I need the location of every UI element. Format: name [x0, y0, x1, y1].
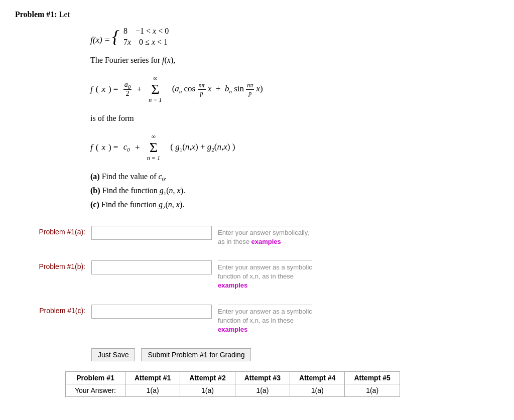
attempt-val-2: 1(a)	[180, 384, 235, 397]
attempts-header-row: Problem #1 Attempt #1 Attempt #2 Attempt…	[66, 372, 400, 384]
attempt-val-3: 1(a)	[235, 384, 290, 397]
sum-block-form: ∞ Σ n = 1	[147, 133, 160, 162]
form-intro: is of the form	[90, 114, 499, 123]
answer-row-a: Problem #1(a): Enter your answer symboli…	[15, 226, 499, 246]
answer-input-c[interactable]	[91, 305, 212, 319]
answer-hint-a: Enter your answer symbolically, as in th…	[218, 226, 309, 246]
attempt-val-4: 1(a)	[290, 384, 345, 397]
col-attempt-3: Attempt #3	[235, 372, 290, 384]
col-problem: Problem #1	[66, 372, 125, 384]
piecewise-formula: f(x) = { 8 −1 < x < 0 7x 0 ≤ x < 1	[90, 27, 499, 47]
submit-button[interactable]: Submit Problem #1 for Grading	[141, 348, 251, 361]
table-row: Your Answer: 1(a) 1(a) 1(a) 1(a) 1(a)	[66, 384, 400, 397]
a0-fraction: a0 2	[123, 81, 132, 98]
answer-input-a[interactable]	[91, 226, 212, 240]
form-formula: f(x) = c0 + ∞ Σ n = 1 ( g1(n,x) + g2(n,x…	[90, 133, 499, 162]
answer-section: Problem #1(a): Enter your answer symboli…	[15, 226, 499, 335]
answer-label-c: Problem #1(c):	[15, 305, 85, 315]
col-attempt-1: Attempt #1	[125, 372, 180, 384]
sum-block-fourier: ∞ Σ n = 1	[149, 75, 162, 104]
piecewise-case-2: 7x 0 ≤ x < 1	[123, 38, 169, 47]
just-save-button[interactable]: Just Save	[91, 348, 135, 361]
answer-hint-c: Enter your answer as a symbolic function…	[218, 305, 312, 335]
answer-label-a: Problem #1(a):	[15, 226, 85, 236]
examples-link-c[interactable]: examples	[218, 326, 247, 333]
answer-row-c: Problem #1(c): Enter your answer as a sy…	[15, 305, 499, 335]
answer-row-b: Problem #1(b): Enter your answer as a sy…	[15, 260, 499, 291]
sub-question-a: (a) Find the value of c0.	[90, 172, 499, 182]
your-answer-label: Your Answer:	[66, 384, 125, 397]
left-brace: {	[112, 28, 119, 46]
fourier-intro: The Fourier series for f(x),	[90, 56, 499, 65]
col-attempt-2: Attempt #2	[180, 372, 235, 384]
attempt-val-1: 1(a)	[125, 384, 180, 397]
col-attempt-5: Attempt #5	[345, 372, 400, 384]
answer-label-b: Problem #1(b):	[15, 260, 85, 270]
col-attempt-4: Attempt #4	[290, 372, 345, 384]
attempts-table: Problem #1 Attempt #1 Attempt #2 Attempt…	[65, 371, 400, 397]
problem-header: Problem #1: Let	[15, 10, 499, 19]
piecewise-cases: 8 −1 < x < 0 7x 0 ≤ x < 1	[123, 27, 169, 47]
answer-hint-b: Enter your answer as a symbolic function…	[218, 260, 312, 291]
sub-question-b: (b) Find the function g1(n, x).	[90, 186, 499, 196]
problem-number: Problem #1:	[15, 10, 57, 19]
sub-question-c: (c) Find the function g2(n, x).	[90, 200, 499, 210]
problem-intro: Let	[59, 10, 70, 19]
examples-link-b[interactable]: examples	[218, 282, 247, 289]
answer-input-b[interactable]	[91, 260, 212, 274]
examples-link-a[interactable]: examples	[251, 238, 281, 245]
piecewise-case-1: 8 −1 < x < 0	[123, 27, 169, 36]
sub-questions: (a) Find the value of c0. (b) Find the f…	[90, 172, 499, 211]
attempt-val-5: 1(a)	[345, 384, 400, 397]
fourier-formula: f(x) = a0 2 + ∞ Σ n = 1 (an cos nπ p x +…	[90, 75, 499, 104]
buttons-row: Just Save Submit Problem #1 for Grading	[91, 348, 499, 361]
